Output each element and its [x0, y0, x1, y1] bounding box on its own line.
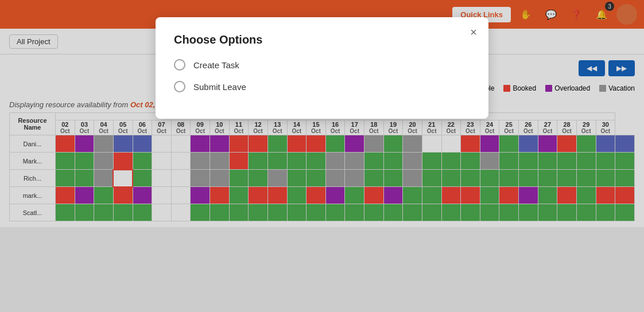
- radio-button-0[interactable]: [174, 59, 185, 71]
- option-label-1: Submit Leave: [193, 82, 246, 92]
- choose-options-modal: Choose Options × Create TaskSubmit Leave: [156, 17, 488, 119]
- modal-option-1[interactable]: Submit Leave: [174, 81, 470, 92]
- option-label-0: Create Task: [193, 60, 239, 70]
- radio-button-1[interactable]: [174, 81, 185, 92]
- modal-option-0[interactable]: Create Task: [174, 59, 470, 71]
- modal-title: Choose Options: [174, 33, 470, 46]
- modal-overlay: Choose Options × Create TaskSubmit Leave: [0, 0, 644, 312]
- modal-close-button[interactable]: ×: [470, 26, 477, 38]
